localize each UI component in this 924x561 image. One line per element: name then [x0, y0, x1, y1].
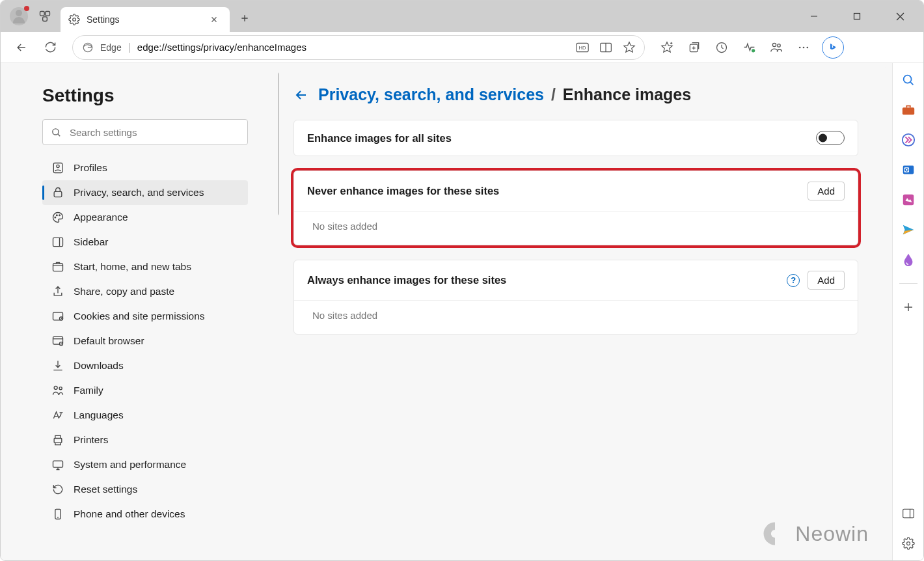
health-button[interactable] [736, 34, 762, 61]
nav-cookies[interactable]: Cookies and site permissions [42, 304, 248, 329]
svg-point-22 [57, 215, 58, 216]
nav-label: Phone and other devices [74, 508, 185, 520]
maximize-button[interactable] [843, 6, 871, 27]
nav-label: Share, copy and paste [74, 286, 174, 297]
add-always-site-button[interactable]: Add [808, 271, 845, 290]
breadcrumb-parent-link[interactable]: Privacy, search, and services [318, 85, 544, 103]
nav-label: Privacy, search, and services [74, 187, 204, 198]
nav-default-browser[interactable]: Default browser [42, 329, 248, 353]
nav-system[interactable]: System and performance [42, 452, 248, 477]
hd-icon[interactable]: HD [573, 38, 592, 57]
browser-tab[interactable]: Settings [61, 7, 230, 32]
svg-rect-1 [46, 12, 50, 16]
sidebar-search-icon[interactable] [899, 71, 917, 89]
svg-rect-25 [53, 264, 63, 271]
sidebar-icon [51, 236, 64, 249]
workspaces-button[interactable] [34, 6, 55, 27]
profile-avatar[interactable] [10, 7, 28, 25]
palette-icon [51, 211, 64, 224]
settings-search[interactable] [42, 119, 248, 145]
nav-refresh-button[interactable] [37, 34, 63, 61]
nav-downloads[interactable]: Downloads [42, 353, 248, 378]
nav-printers[interactable]: Printers [42, 428, 248, 452]
sidebar-settings-icon[interactable] [899, 534, 917, 553]
sidebar-send-icon[interactable] [899, 221, 917, 239]
address-bar[interactable]: Edge | edge://settings/privacy/enhanceIm… [72, 35, 645, 60]
favorites-button[interactable] [654, 34, 680, 61]
page-back-button[interactable] [293, 87, 309, 103]
collections-button[interactable] [681, 34, 707, 61]
nav-privacy[interactable]: Privacy, search, and services [42, 180, 248, 205]
svg-point-23 [59, 215, 61, 216]
svg-point-29 [60, 342, 63, 346]
svg-point-16 [807, 46, 809, 48]
card-enhance-all: Enhance images for all sites [293, 120, 858, 156]
nav-reset[interactable]: Reset settings [42, 477, 248, 502]
add-never-site-button[interactable]: Add [808, 182, 845, 200]
gear-icon [68, 14, 80, 25]
nav-start-home[interactable]: Start, home, and new tabs [42, 254, 248, 279]
bing-chat-button[interactable] [822, 36, 844, 59]
nav-label: Start, home, and new tabs [74, 261, 191, 273]
search-icon [51, 127, 62, 138]
nav-label: Languages [74, 409, 124, 421]
favorite-star-icon[interactable] [619, 38, 639, 57]
minimize-button[interactable] [800, 6, 828, 27]
browser-icon [51, 335, 64, 348]
nav-share[interactable]: Share, copy and paste [42, 279, 248, 304]
nav-family[interactable]: Family [42, 378, 248, 403]
edge-logo-icon [82, 42, 94, 53]
nav-profiles[interactable]: Profiles [42, 156, 248, 180]
more-menu-button[interactable] [791, 34, 817, 61]
people-button[interactable] [763, 34, 789, 61]
svg-point-12 [772, 43, 776, 46]
tab-close-button[interactable] [206, 12, 222, 27]
reset-icon [51, 483, 64, 496]
sidebar-tools-icon[interactable] [899, 101, 917, 119]
svg-rect-33 [53, 461, 63, 467]
sidebar-drop-icon[interactable] [899, 251, 917, 269]
sidebar-designer-icon[interactable] [899, 191, 917, 209]
history-button[interactable] [709, 34, 735, 61]
nav-label: Family [74, 385, 103, 396]
nav-label: Downloads [74, 360, 124, 372]
nav-back-button[interactable] [8, 34, 34, 61]
nav-sidebar[interactable]: Sidebar [42, 230, 248, 254]
share-icon [51, 285, 64, 298]
notification-dot-icon [24, 6, 29, 11]
sidebar-collapse-icon[interactable] [899, 504, 917, 523]
new-tab-button[interactable] [234, 7, 256, 29]
svg-point-37 [903, 75, 911, 83]
split-screen-icon[interactable] [596, 38, 616, 57]
address-url: edge://settings/privacy/enhanceImages [137, 42, 566, 53]
nav-languages[interactable]: Languages [42, 403, 248, 428]
close-window-button[interactable] [886, 6, 914, 27]
lock-icon [51, 186, 64, 199]
svg-point-21 [55, 217, 56, 218]
sidebar-add-button[interactable] [899, 298, 917, 316]
nav-phone[interactable]: Phone and other devices [42, 502, 248, 527]
nav-label: Printers [74, 434, 108, 446]
edge-right-sidebar [892, 63, 923, 560]
nav-appearance[interactable]: Appearance [42, 205, 248, 230]
main-area: Settings Profiles Privacy, search, and s… [1, 63, 923, 560]
settings-search-input[interactable] [70, 127, 239, 138]
toolbar: Edge | edge://settings/privacy/enhanceIm… [1, 32, 923, 63]
settings-sidebar: Settings Profiles Privacy, search, and s… [5, 67, 278, 556]
card-title: Enhance images for all sites [307, 132, 808, 144]
svg-point-19 [57, 165, 59, 167]
help-icon[interactable]: ? [787, 274, 800, 287]
sidebar-office-icon[interactable] [899, 131, 917, 149]
card-title: Never enhance images for these sites [307, 185, 800, 197]
nav-label: Profiles [74, 162, 107, 174]
svg-point-11 [752, 49, 755, 52]
svg-rect-26 [53, 312, 63, 320]
sidebar-divider [899, 283, 917, 284]
settings-nav: Profiles Privacy, search, and services A… [42, 156, 248, 527]
breadcrumb-current: Enhance images [563, 85, 691, 103]
language-icon [51, 409, 64, 422]
enhance-all-toggle[interactable] [816, 131, 845, 145]
sidebar-outlook-icon[interactable] [899, 161, 917, 179]
svg-point-17 [53, 128, 59, 134]
svg-rect-43 [903, 509, 914, 517]
